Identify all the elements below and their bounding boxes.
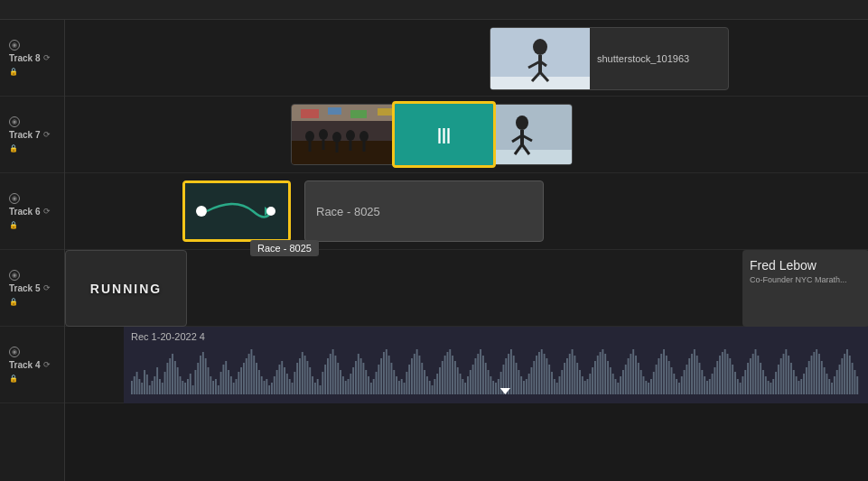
svg-rect-100 [289,379,291,394]
svg-rect-294 [783,354,785,394]
svg-rect-44 [146,375,148,394]
svg-rect-208 [564,363,565,394]
svg-rect-142 [396,376,397,394]
svg-rect-239 [643,376,645,394]
lock-icon-track6[interactable]: 🔒 [9,221,18,229]
eye-icon-track6[interactable]: ◉ [9,193,20,204]
svg-rect-199 [541,349,543,394]
svg-rect-234 [630,354,631,394]
track6-text-clip[interactable]: Race - 8025 [304,180,544,242]
eye-icon-track4[interactable]: ◉ [9,347,20,357]
link-icon-track6[interactable]: ⟳ [42,206,52,217]
svg-rect-205 [556,383,558,394]
svg-rect-80 [238,372,239,394]
svg-rect-81 [240,367,242,394]
svg-rect-73 [220,372,222,394]
track8-video-clip[interactable]: shutterstock_101963 [490,27,729,90]
svg-rect-216 [584,381,586,394]
svg-rect-90 [264,381,266,394]
lock-icon-track5[interactable]: 🔒 [9,298,18,306]
svg-rect-64 [197,363,199,394]
svg-rect-193 [526,379,527,394]
link-icon-track8[interactable]: ⟳ [42,52,52,63]
svg-rect-282 [752,354,754,394]
track4-audio-clip[interactable]: Rec 1-20-2022 4 [124,327,868,403]
track4-row: Rec 1-20-2022 4 [65,327,868,403]
svg-rect-61 [190,374,191,394]
svg-rect-134 [376,372,378,394]
svg-rect-262 [701,370,703,394]
svg-rect-308 [818,354,820,394]
svg-rect-215 [582,376,583,394]
svg-rect-319 [846,349,848,394]
svg-rect-165 [454,361,456,394]
svg-rect-133 [373,379,375,394]
link-icon-track4[interactable]: ⟳ [42,359,52,370]
lock-icon-track8[interactable]: 🔒 [9,68,18,76]
svg-rect-50 [162,383,163,394]
svg-rect-86 [253,356,255,394]
svg-rect-251 [673,374,675,394]
track6-selected-clip[interactable] [182,180,291,242]
svg-rect-306 [813,352,815,394]
svg-rect-132 [370,383,372,394]
svg-rect-173 [475,358,477,394]
svg-rect-178 [488,370,490,394]
svg-rect-69 [210,376,211,394]
track7-row: ||| [65,97,868,173]
eye-icon-track5[interactable]: ◉ [9,270,20,281]
svg-rect-213 [576,363,578,394]
eye-icon-track8[interactable]: ◉ [9,40,20,51]
svg-rect-139 [388,356,390,394]
svg-rect-148 [411,358,413,394]
svg-rect-320 [849,356,851,394]
svg-rect-110 [314,383,316,394]
svg-rect-302 [803,374,805,394]
svg-rect-67 [205,358,207,394]
track7-selected-clip[interactable]: ||| [392,101,496,168]
svg-rect-129 [362,363,364,394]
svg-rect-287 [765,376,767,394]
svg-rect-270 [722,352,723,394]
eye-icon-track7[interactable]: ◉ [9,116,20,127]
svg-rect-95 [276,370,278,394]
svg-rect-263 [704,376,705,394]
svg-rect-179 [490,376,491,394]
svg-rect-43 [144,370,145,394]
track-label-track6: ◉ Track 6 ⟳ 🔒 [0,173,64,250]
svg-rect-92 [268,385,270,394]
svg-rect-198 [538,352,540,394]
lock-icon-track7[interactable]: 🔒 [9,144,18,153]
link-icon-track7[interactable]: ⟳ [42,129,52,140]
svg-rect-141 [393,370,395,394]
timeline-ruler [0,0,868,20]
svg-rect-169 [464,383,466,394]
svg-rect-162 [447,352,449,394]
svg-rect-76 [228,370,229,394]
svg-rect-126 [355,361,357,394]
svg-rect-226 [610,367,611,394]
svg-point-12 [319,129,328,140]
svg-rect-116 [330,354,331,394]
svg-rect-265 [709,379,711,394]
svg-rect-222 [600,352,602,394]
svg-point-16 [346,130,355,141]
track5-fred-clip[interactable]: Fred Lebow Co-Founder NYC Marath... [742,250,868,327]
svg-rect-21 [301,109,319,118]
svg-rect-183 [500,372,502,394]
lock-icon-track4[interactable]: 🔒 [9,375,18,383]
svg-rect-230 [620,376,621,394]
link-icon-track5[interactable]: ⟳ [42,282,52,293]
svg-rect-260 [696,356,698,394]
svg-rect-75 [225,361,227,394]
svg-rect-98 [284,367,285,394]
track-label-track4: ◉ Track 4 ⟳ 🔒 [0,327,64,403]
svg-rect-104 [299,358,301,394]
track5-running-clip[interactable]: RUNNING [65,250,187,327]
svg-rect-58 [182,381,183,394]
svg-rect-246 [660,354,662,394]
svg-rect-283 [755,349,757,394]
svg-rect-296 [788,356,789,394]
svg-rect-115 [327,358,329,394]
svg-rect-286 [762,370,764,394]
